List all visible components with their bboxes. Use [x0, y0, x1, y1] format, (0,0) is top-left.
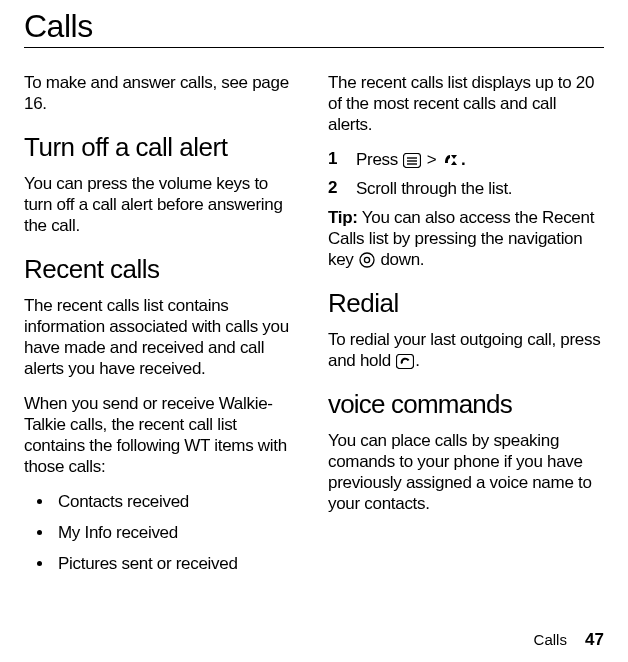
step-number: 1 — [328, 149, 338, 170]
recent-calls-p1: The recent calls list contains informati… — [24, 295, 300, 379]
tip-label: Tip: — [328, 208, 358, 227]
heading-recent-calls: Recent calls — [24, 254, 300, 285]
right-column: The recent calls list displays up to 20 … — [328, 72, 604, 584]
recent-calls-p2: When you send or receive Walkie-Talkie c… — [24, 393, 300, 477]
redial-part-a: To redial your last outgoing call, press… — [328, 330, 600, 370]
left-column: To make and answer calls, see page 16. T… — [24, 72, 300, 584]
footer-section: Calls — [534, 631, 567, 648]
svg-point-4 — [360, 253, 374, 267]
svg-rect-6 — [397, 355, 414, 369]
turn-off-body: You can press the volume keys to turn of… — [24, 173, 300, 236]
svg-point-5 — [364, 257, 369, 262]
menu-key-icon — [403, 153, 421, 168]
recent-top: The recent calls list displays up to 20 … — [328, 72, 604, 135]
step-number: 2 — [328, 178, 338, 199]
heading-redial: Redial — [328, 288, 604, 319]
tip-paragraph: Tip: You can also access the Recent Call… — [328, 207, 604, 270]
list-item: Contacts received — [54, 491, 300, 512]
list-item: Pictures sent or received — [54, 553, 300, 574]
redial-part-b: . — [415, 351, 419, 370]
wt-items-list: Contacts received My Info received Pictu… — [24, 491, 300, 574]
step-row: 2 Scroll through the list. — [328, 178, 604, 199]
tip-part-b: down. — [376, 250, 424, 269]
intro-paragraph: To make and answer calls, see page 16. — [24, 72, 300, 114]
heading-voice-commands: voice commands — [328, 389, 604, 420]
heading-turn-off-alert: Turn off a call alert — [24, 132, 300, 163]
recent-calls-icon — [442, 152, 460, 168]
nav-key-icon — [359, 252, 375, 268]
page-footer: Calls 47 — [534, 630, 604, 650]
send-key-icon — [396, 354, 414, 369]
two-column-layout: To make and answer calls, see page 16. T… — [24, 72, 604, 584]
list-item: My Info received — [54, 522, 300, 543]
voice-commands-body: You can place calls by speaking comands … — [328, 430, 604, 514]
step-row: 1 Press > . — [328, 149, 604, 170]
step1-part-b: > — [422, 150, 440, 169]
page-title: Calls — [24, 8, 604, 45]
step1-part-a: Press — [356, 150, 402, 169]
title-rule — [24, 47, 604, 48]
manual-page: Calls To make and answer calls, see page… — [0, 0, 628, 584]
redial-body: To redial your last outgoing call, press… — [328, 329, 604, 371]
footer-page-number: 47 — [585, 630, 604, 649]
step-text: Press > . — [356, 149, 465, 170]
step1-part-c: . — [461, 150, 465, 169]
step-text: Scroll through the list. — [356, 178, 512, 199]
